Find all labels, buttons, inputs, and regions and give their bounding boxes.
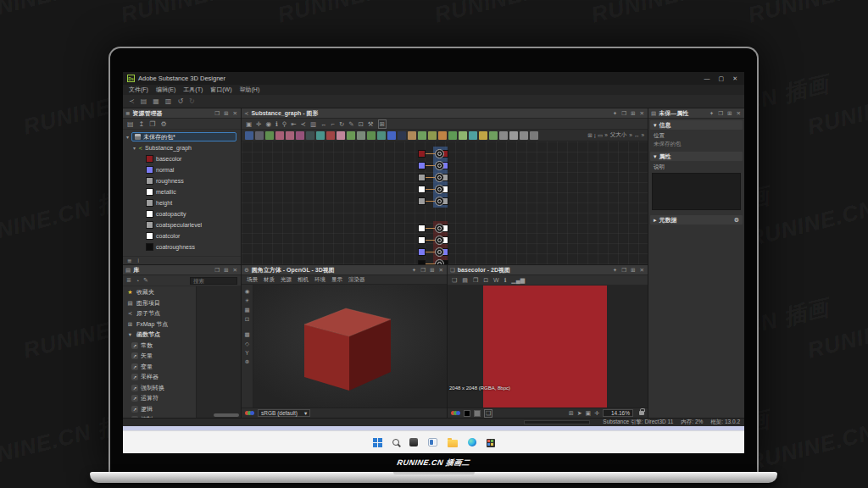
material-icon[interactable]: ▦	[244, 307, 249, 313]
menu-camera[interactable]: 相机	[298, 276, 309, 284]
node-type-button[interactable]	[489, 131, 498, 140]
output-node[interactable]	[435, 185, 444, 194]
output-row-metallic[interactable]: metallic	[123, 186, 241, 197]
node-type-button[interactable]	[387, 131, 396, 140]
maximize-icon[interactable]: ⊞	[630, 267, 636, 274]
output-node[interactable]	[435, 197, 444, 206]
chevron-down-icon[interactable]: ▾	[126, 134, 129, 140]
background-swatch-gray[interactable]	[474, 410, 481, 417]
menu-window[interactable]: 窗口(W)	[210, 86, 231, 94]
graph-node-row[interactable]	[418, 247, 448, 257]
fit-icon[interactable]: ↔	[634, 132, 640, 138]
node-type-button[interactable]	[448, 131, 457, 140]
save-image-icon[interactable]: ▤	[462, 277, 468, 284]
start-button-icon[interactable]	[373, 438, 382, 447]
menu-renderer[interactable]: 渲染器	[348, 276, 365, 284]
graph-node-row[interactable]	[418, 160, 448, 170]
node-type-button[interactable]	[275, 131, 284, 140]
zoom-level-field[interactable]: 14.16%	[603, 409, 633, 417]
menu-file[interactable]: 文件(F)	[129, 86, 148, 94]
node-type-button[interactable]	[438, 131, 447, 140]
parent-size-label[interactable]: 父大小	[610, 131, 627, 139]
edit-icon[interactable]: ✎	[143, 277, 148, 284]
undo-icon[interactable]: ↺	[177, 97, 183, 105]
library-item-favorites[interactable]: ★收藏夹	[123, 287, 196, 298]
center-icon[interactable]: ✛	[594, 410, 599, 417]
histogram-icon[interactable]: ▁▄▆	[511, 277, 525, 284]
maximize-icon[interactable]: ⊞	[223, 267, 229, 274]
output-row-height[interactable]: height	[123, 197, 241, 208]
maximize-icon[interactable]: ⊞	[223, 110, 229, 117]
uniform-color-node[interactable]	[418, 186, 426, 193]
checker-icon[interactable]: ⊡	[483, 277, 488, 284]
view3d-viewport[interactable]: ◉ ☀ ▦ ⊡ ▩ ◇ Y ⊕	[242, 285, 447, 408]
graph-node-row[interactable]	[418, 223, 448, 233]
output-node[interactable]	[435, 149, 444, 158]
metadata-section-header[interactable]: ▸ 元数据 ⚙	[650, 215, 743, 225]
node-type-button[interactable]	[286, 131, 294, 140]
edge-browser-icon[interactable]	[468, 438, 476, 446]
new-view-icon[interactable]: ❏	[452, 277, 457, 284]
menu-material[interactable]: 材质	[264, 276, 275, 284]
menu-help[interactable]: 帮助(H)	[240, 86, 260, 94]
overflow-icon[interactable]: »	[629, 132, 632, 138]
frame-icon[interactable]: ⊡	[358, 120, 363, 128]
display-icon[interactable]: ⊡	[245, 316, 249, 323]
align-icon[interactable]: ⇤	[291, 120, 296, 128]
uniform-color-node[interactable]	[418, 174, 426, 181]
link-mode-icon[interactable]: ≺	[301, 120, 306, 128]
info-icon[interactable]: ℹ	[504, 277, 507, 284]
pointer-icon[interactable]: ➤	[577, 410, 582, 417]
float-icon[interactable]: ❐	[717, 110, 724, 117]
menu-scene[interactable]: 场景	[247, 276, 258, 284]
library-item-fxmap-nodes[interactable]: ⊞FxMap 节点	[123, 319, 196, 330]
gizmo-icon[interactable]: ⊕	[245, 358, 249, 365]
save-icon[interactable]: ▥	[165, 97, 172, 105]
uv-icon[interactable]: ▩	[244, 331, 249, 338]
output-node[interactable]	[435, 161, 444, 170]
pin-icon[interactable]: ✦	[612, 110, 618, 117]
menu-tools[interactable]: 工具(T)	[183, 86, 203, 94]
node-type-button[interactable]	[408, 131, 416, 140]
node-type-button[interactable]	[377, 131, 386, 140]
float-icon[interactable]: ❐	[620, 267, 627, 274]
close-icon[interactable]: ✕	[736, 110, 742, 117]
output-row-coatopacity[interactable]: coatopacity	[123, 208, 241, 219]
pin-icon[interactable]: ✦	[411, 267, 417, 274]
wrap-mode-icon[interactable]: W	[493, 277, 499, 283]
uniform-color-node[interactable]	[418, 248, 426, 256]
float-icon[interactable]: ❐	[214, 267, 220, 274]
library-item-operators[interactable]: ↗运算符	[123, 393, 196, 404]
graph-node-row[interactable]	[418, 196, 448, 206]
node-type-button[interactable]	[306, 131, 314, 140]
package-row[interactable]: ▾ 未保存的包*	[123, 131, 241, 142]
graph-node-row[interactable]	[418, 172, 448, 182]
maximize-icon[interactable]: ⊞	[630, 110, 636, 117]
close-icon[interactable]: ✕	[232, 267, 238, 274]
node-type-button[interactable]	[499, 131, 508, 140]
edit-icon[interactable]: ✎	[348, 120, 353, 128]
search-icon[interactable]	[392, 439, 399, 446]
graph-canvas[interactable]	[242, 141, 648, 264]
library-item-cast[interactable]: ↗强制转换	[123, 383, 196, 394]
redo-icon[interactable]: ↻	[189, 97, 195, 105]
menu-light[interactable]: 光源	[281, 276, 292, 284]
tools-icon[interactable]: ⚒	[368, 120, 374, 128]
gear-icon[interactable]: ⚙	[734, 217, 739, 224]
library-item-variables[interactable]: ↗变量	[123, 362, 196, 373]
node-type-button[interactable]	[428, 131, 437, 140]
node-type-button[interactable]	[520, 131, 528, 140]
node-type-button[interactable]	[418, 131, 426, 140]
output-row-coatcolor[interactable]: coatcolor	[123, 230, 241, 241]
menu-edit[interactable]: 编辑(E)	[156, 86, 175, 94]
close-button[interactable]: ✕	[732, 75, 737, 82]
node-type-button[interactable]	[316, 131, 325, 140]
graph-node-row[interactable]	[418, 148, 448, 158]
library-item-logic[interactable]: ↗逻辑	[123, 404, 196, 415]
graph-row[interactable]: ▾ ≺ Substance_graph	[123, 142, 241, 153]
copy-icon[interactable]: ❐	[149, 120, 155, 128]
file-explorer-icon[interactable]	[448, 440, 458, 447]
attributes-section-header[interactable]: ▾ 属性	[650, 152, 743, 161]
overflow-icon[interactable]: »	[641, 132, 644, 138]
output-row-roughness[interactable]: roughness	[123, 175, 241, 186]
